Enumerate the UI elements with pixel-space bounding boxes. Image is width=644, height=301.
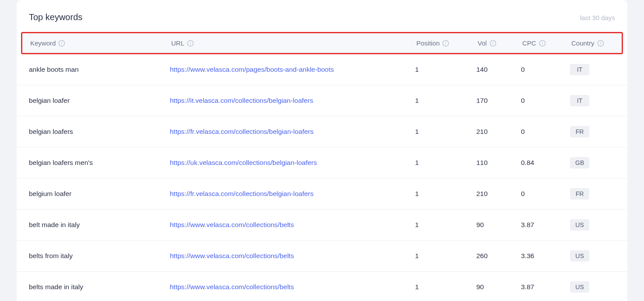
country-badge: GB (570, 157, 589, 168)
cell-country: US (570, 250, 609, 262)
cell-position: 1 (415, 190, 476, 198)
table-row: belgium loaferhttps://fr.velasca.com/col… (17, 178, 627, 210)
url-link[interactable]: https://fr.velasca.com/collections/belgi… (170, 128, 313, 135)
cell-country: GB (570, 157, 609, 168)
cell-position: 1 (415, 128, 476, 136)
country-badge: FR (570, 126, 589, 137)
url-link[interactable]: https://it.velasca.com/collections/belgi… (170, 97, 313, 104)
cell-country: US (570, 219, 609, 231)
url-link[interactable]: https://www.velasca.com/pages/boots-and-… (170, 66, 334, 73)
cell-country: IT (570, 95, 609, 106)
cell-country: FR (570, 188, 609, 200)
cell-keyword: ankle boots man (29, 66, 170, 74)
col-header-cpc[interactable]: CPC i (522, 39, 571, 47)
cell-cpc: 3.87 (521, 221, 570, 229)
cell-vol: 210 (476, 190, 521, 198)
info-icon[interactable]: i (539, 40, 546, 47)
cell-vol: 90 (476, 283, 521, 291)
info-icon[interactable]: i (597, 40, 604, 47)
table-body: ankle boots manhttps://www.velasca.com/p… (17, 54, 627, 301)
table-row: belgian loaferhttps://it.velasca.com/col… (17, 85, 627, 116)
country-badge: FR (570, 188, 589, 200)
cell-url: https://it.velasca.com/collections/belgi… (170, 97, 415, 105)
col-header-cpc-label: CPC (522, 39, 536, 47)
svg-text:i: i (445, 41, 447, 46)
table-row: belgian loafers men'shttps://uk.velasca.… (17, 147, 627, 178)
url-link[interactable]: https://www.velasca.com/collections/belt… (170, 283, 294, 290)
cell-keyword: belgium loafer (29, 190, 170, 198)
col-header-position-label: Position (416, 39, 440, 47)
col-header-keyword[interactable]: Keyword i (30, 39, 171, 47)
svg-text:i: i (492, 41, 493, 46)
card-header: Top keywords last 30 days (17, 12, 627, 32)
cell-keyword: belgian loafer (29, 97, 170, 105)
cell-cpc: 0.84 (521, 159, 570, 167)
cell-cpc: 3.36 (521, 252, 570, 260)
svg-text:i: i (542, 41, 543, 46)
cell-url: https://www.velasca.com/collections/belt… (170, 252, 415, 260)
cell-url: https://www.velasca.com/pages/boots-and-… (170, 66, 415, 74)
info-icon[interactable]: i (489, 40, 496, 47)
card-title: Top keywords (29, 12, 82, 22)
col-header-keyword-label: Keyword (30, 39, 56, 47)
cell-url: https://fr.velasca.com/collections/belgi… (170, 128, 415, 136)
col-header-vol-label: Vol (478, 39, 487, 47)
cell-vol: 170 (476, 97, 521, 105)
table-row: belts from italyhttps://www.velasca.com/… (17, 241, 627, 272)
top-keywords-card: Top keywords last 30 days Keyword i URL … (17, 0, 627, 301)
url-link[interactable]: https://www.velasca.com/collections/belt… (170, 221, 294, 228)
cell-country: IT (570, 64, 609, 75)
cell-keyword: belts made in italy (29, 283, 170, 291)
col-header-country-label: Country (571, 39, 595, 47)
country-badge: IT (570, 95, 589, 106)
cell-keyword: belt made in italy (29, 221, 170, 229)
cell-cpc: 0 (521, 190, 570, 198)
cell-position: 1 (415, 221, 476, 229)
info-icon[interactable]: i (187, 40, 194, 47)
url-link[interactable]: https://uk.velasca.com/collections/belgi… (170, 159, 317, 166)
cell-keyword: belgian loafers men's (29, 159, 170, 167)
url-link[interactable]: https://www.velasca.com/collections/belt… (170, 252, 294, 259)
cell-position: 1 (415, 283, 476, 291)
country-badge: US (570, 250, 589, 262)
col-header-url-label: URL (171, 39, 184, 47)
cell-position: 1 (415, 252, 476, 260)
table-row: belt made in italyhttps://www.velasca.co… (17, 210, 627, 241)
url-link[interactable]: https://fr.velasca.com/collections/belgi… (170, 190, 313, 197)
cell-cpc: 3.87 (521, 283, 570, 291)
info-icon[interactable]: i (442, 40, 449, 47)
cell-keyword: belts from italy (29, 252, 170, 260)
table-header-row: Keyword i URL i Position i Vol i CPC (21, 32, 623, 54)
cell-vol: 110 (476, 159, 521, 167)
cell-keyword: belgian loafers (29, 128, 170, 136)
col-header-url[interactable]: URL i (171, 39, 416, 47)
table-row: ankle boots manhttps://www.velasca.com/p… (17, 54, 627, 85)
cell-vol: 260 (476, 252, 521, 260)
country-badge: IT (570, 64, 589, 75)
col-header-position[interactable]: Position i (416, 39, 478, 47)
cell-country: US (570, 281, 609, 293)
col-header-country[interactable]: Country i (571, 39, 611, 47)
card-subtitle: last 30 days (580, 14, 615, 21)
svg-text:i: i (600, 41, 601, 46)
table-row: belts made in italyhttps://www.velasca.c… (17, 272, 627, 301)
cell-vol: 210 (476, 128, 521, 136)
cell-position: 1 (415, 159, 476, 167)
cell-position: 1 (415, 97, 476, 105)
table-row: belgian loafershttps://fr.velasca.com/co… (17, 116, 627, 147)
col-header-vol[interactable]: Vol i (478, 39, 522, 47)
cell-vol: 140 (476, 66, 521, 74)
cell-position: 1 (415, 66, 476, 74)
country-badge: US (570, 281, 589, 293)
cell-country: FR (570, 126, 609, 137)
svg-text:i: i (61, 41, 63, 46)
cell-url: https://www.velasca.com/collections/belt… (170, 221, 415, 229)
cell-cpc: 0 (521, 97, 570, 105)
cell-url: https://uk.velasca.com/collections/belgi… (170, 159, 415, 167)
cell-cpc: 0 (521, 66, 570, 74)
cell-url: https://fr.velasca.com/collections/belgi… (170, 190, 415, 198)
cell-url: https://www.velasca.com/collections/belt… (170, 283, 415, 291)
country-badge: US (570, 219, 589, 231)
cell-vol: 90 (476, 221, 521, 229)
info-icon[interactable]: i (58, 40, 65, 47)
